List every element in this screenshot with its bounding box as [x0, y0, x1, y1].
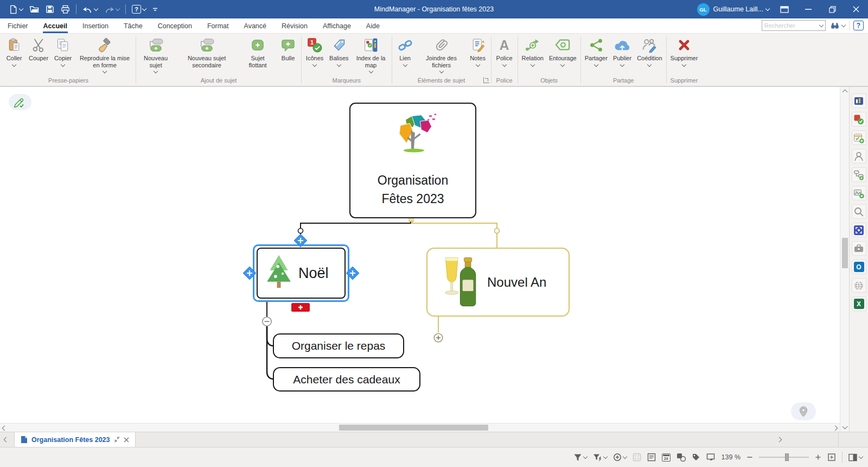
help-button-ribbon[interactable]: ? [853, 21, 864, 30]
central-topic[interactable]: Organisation Fêtes 2023 [349, 103, 476, 218]
tab-scroll-left-arrow[interactable] [4, 437, 9, 443]
tab-fichier[interactable]: Fichier [0, 18, 36, 33]
scroll-right-arrow[interactable] [833, 426, 838, 431]
map-canvas[interactable]: Organisation Fêtes 2023 Noël [0, 87, 840, 432]
panel-layout-button[interactable] [848, 453, 863, 462]
topic-nouvel-an[interactable]: Nouvel An [426, 248, 570, 317]
icones-button[interactable]: 1 Icônes [303, 34, 327, 66]
sidebar-map-parts-button[interactable] [852, 167, 866, 182]
document-tab[interactable]: Organisation Fêtes 2023 [14, 432, 136, 447]
expand-branch-button[interactable] [433, 332, 444, 343]
zoom-out-button[interactable] [746, 454, 753, 460]
close-tab-icon[interactable] [124, 437, 129, 443]
sidebar-image-gallery-button[interactable] [852, 186, 866, 200]
relation-button[interactable]: Relation [519, 34, 546, 66]
reproduire-mise-en-forme-button[interactable]: Reproduire la mise en forme [75, 34, 135, 73]
tab-scroll-right-arrow[interactable] [777, 437, 782, 443]
filter-button[interactable] [573, 453, 587, 462]
partager-button[interactable]: Partager [582, 34, 610, 66]
open-button[interactable] [26, 2, 42, 16]
tab-affichage[interactable]: Affichage [315, 18, 359, 33]
sidebar-map-index-button[interactable] [852, 93, 866, 108]
chevron-down-icon[interactable] [819, 23, 824, 27]
horizontal-scroll-thumb[interactable] [339, 425, 488, 431]
sidebar-task-info-button[interactable] [852, 130, 866, 145]
restore-tab-icon[interactable] [114, 437, 120, 443]
sidebar-outlook-button[interactable]: O [852, 260, 866, 274]
print-button[interactable] [58, 2, 73, 16]
sidebar-excel-button[interactable]: X [852, 296, 866, 311]
tab-insertion[interactable]: Insertion [75, 18, 116, 33]
sujet-flottant-button[interactable]: Sujet flottant [239, 34, 276, 68]
scroll-up-arrow[interactable] [843, 90, 848, 95]
map-position-button[interactable] [791, 402, 816, 420]
sidebar-snapshot-button[interactable] [852, 223, 866, 237]
vertical-scrollbar[interactable] [840, 87, 849, 432]
index-de-la-map-button[interactable]: Index de la map [352, 34, 391, 73]
power-filter-button[interactable] [593, 453, 607, 462]
tab-aide[interactable]: Aide [359, 18, 387, 33]
redo-button[interactable] [101, 2, 123, 16]
notes-button[interactable]: Notes [466, 34, 490, 66]
fit-map-button[interactable] [827, 453, 836, 462]
search-input[interactable] [764, 22, 820, 29]
tags-view-button[interactable] [692, 453, 700, 462]
help-button[interactable]: ? [129, 2, 149, 16]
coedition-button[interactable]: Coédition [634, 34, 665, 66]
add-topic-handle-top[interactable] [293, 234, 308, 248]
tab-conception[interactable]: Conception [150, 18, 200, 33]
vertical-scroll-thumb[interactable] [842, 238, 848, 268]
ribbon-display-button[interactable] [773, 0, 796, 18]
collapse-branch-button[interactable] [261, 316, 272, 327]
bulle-button[interactable]: Bulle [276, 34, 300, 62]
add-subtopic-button[interactable] [291, 303, 310, 312]
subtopic-organiser-le-repas[interactable]: Organiser le repas [273, 333, 404, 358]
zoom-slider-thumb[interactable] [785, 453, 789, 461]
outline-view-button[interactable] [647, 453, 656, 462]
zoom-slider[interactable] [759, 457, 809, 458]
entourage-button[interactable]: Entourage [546, 34, 579, 66]
sidebar-web-button[interactable] [852, 278, 866, 293]
customize-toolbar-button[interactable] [149, 2, 161, 16]
tab-accueil[interactable]: Accueil [36, 18, 75, 33]
balance-map-button[interactable] [633, 453, 641, 462]
nouveau-sujet-button[interactable]: Nouveau sujet [137, 34, 174, 73]
tab-revision[interactable]: Révision [274, 18, 315, 33]
new-document-button[interactable] [5, 2, 26, 16]
find-button[interactable] [829, 21, 845, 30]
subtopic-acheter-des-cadeaux[interactable]: Acheter des cadeaux [273, 367, 420, 392]
couper-button[interactable]: Couper [26, 34, 51, 62]
sidebar-resources-button[interactable] [852, 149, 866, 163]
joindre-des-fichiers-button[interactable]: Joindre des fichiers [417, 34, 466, 73]
balises-button[interactable]: Balises [327, 34, 351, 66]
undo-button[interactable] [79, 2, 101, 16]
scroll-left-arrow[interactable] [2, 426, 8, 431]
publier-button[interactable]: Publier [610, 34, 634, 66]
scroll-down-arrow[interactable] [843, 424, 848, 430]
icons-view-button[interactable] [676, 453, 686, 462]
topic-noel[interactable]: Noël [257, 248, 346, 299]
minimize-button[interactable] [796, 0, 820, 18]
tab-format[interactable]: Format [200, 18, 237, 33]
tab-avance[interactable]: Avancé [237, 18, 274, 33]
save-button[interactable] [42, 2, 58, 16]
copier-button[interactable]: Copier [51, 34, 75, 66]
sidebar-search-button[interactable] [852, 204, 866, 219]
dialog-launcher-icon[interactable] [483, 77, 489, 83]
nouveau-sujet-secondaire-button[interactable]: Nouveau sujet secondaire [174, 34, 239, 68]
tab-tache[interactable]: Tâche [116, 18, 150, 33]
coller-button[interactable]: Coller [2, 34, 26, 66]
slides-view-button[interactable] [706, 453, 716, 462]
police-button[interactable]: A Police [493, 34, 516, 66]
add-topic-handle-right[interactable] [346, 266, 360, 280]
edit-mode-indicator[interactable] [9, 94, 31, 110]
sidebar-icon-markers-button[interactable] [852, 112, 866, 127]
add-view-button[interactable] [613, 453, 627, 462]
sidebar-file-management-button[interactable] [852, 241, 866, 256]
restore-button[interactable] [820, 0, 844, 18]
lien-button[interactable]: Lien [393, 34, 417, 66]
add-topic-handle-left[interactable] [242, 266, 257, 280]
horizontal-scrollbar[interactable] [0, 423, 840, 432]
supprimer-button[interactable]: Supprimer [668, 34, 701, 66]
zoom-in-button[interactable] [815, 454, 821, 460]
